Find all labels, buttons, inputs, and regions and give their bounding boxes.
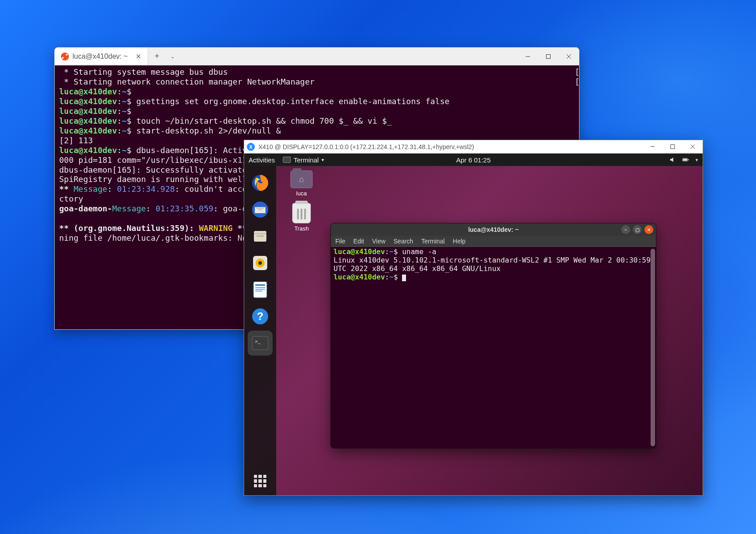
dock-writer-icon[interactable] bbox=[248, 277, 273, 302]
clock[interactable]: Apr 6 01:25 bbox=[456, 156, 491, 164]
gnome-terminal-output[interactable]: luca@x410dev:~$ uname -a Linux x410dev 5… bbox=[331, 247, 656, 448]
maximize-button[interactable]: ▢ bbox=[633, 225, 642, 234]
close-tab-icon[interactable]: ✕ bbox=[136, 53, 141, 61]
menu-help[interactable]: Help bbox=[453, 238, 466, 245]
minimize-button[interactable] bbox=[518, 48, 538, 65]
gnome-terminal-window[interactable]: luca@x410dev: ~ – ▢ ✕ FileEditViewSearch… bbox=[330, 223, 656, 449]
x410-icon: X bbox=[247, 143, 255, 151]
new-tab-button[interactable]: + bbox=[148, 52, 166, 61]
maximize-button[interactable] bbox=[538, 48, 559, 65]
dock-rhythmbox-icon[interactable] bbox=[248, 251, 273, 275]
terminal-icon bbox=[283, 157, 291, 163]
windows-terminal-titlebar[interactable]: luca@x410dev: ~ ✕ + ⌄ bbox=[55, 48, 579, 65]
svg-rect-9 bbox=[688, 159, 689, 160]
show-apps-button[interactable] bbox=[254, 475, 266, 487]
battery-icon[interactable] bbox=[682, 156, 689, 163]
svg-rect-22 bbox=[255, 289, 265, 290]
tab-title: luca@x410dev: ~ bbox=[72, 53, 128, 61]
gnome-terminal-title: luca@x410dev: ~ bbox=[468, 226, 519, 233]
close-button[interactable] bbox=[683, 140, 703, 153]
terminal-tab[interactable]: luca@x410dev: ~ ✕ bbox=[55, 48, 148, 65]
gnome-desktop[interactable]: ? >_ ⌂ luca Trash bbox=[244, 166, 703, 495]
minimize-button[interactable] bbox=[643, 140, 663, 153]
gnome-terminal-menubar: FileEditViewSearchTerminalHelp bbox=[331, 236, 656, 247]
menu-file[interactable]: File bbox=[335, 238, 346, 245]
svg-rect-15 bbox=[257, 235, 264, 237]
home-icon: ⌂ bbox=[291, 171, 312, 188]
volume-icon[interactable] bbox=[669, 156, 676, 163]
trash-icon[interactable]: Trash bbox=[284, 203, 319, 232]
svg-rect-5 bbox=[671, 145, 675, 149]
svg-rect-14 bbox=[254, 233, 266, 235]
dock-help-icon[interactable]: ? bbox=[248, 304, 273, 329]
minimize-button[interactable]: – bbox=[621, 225, 630, 234]
svg-rect-21 bbox=[255, 287, 265, 288]
x410-titlebar[interactable]: X X410 @ DISPLAY=127.0.0.1:0.0 (+172.21.… bbox=[244, 140, 703, 154]
activities-button[interactable]: Activities bbox=[249, 156, 275, 164]
gnome-dock: ? >_ bbox=[244, 166, 276, 495]
svg-point-18 bbox=[258, 261, 262, 265]
dock-terminal-icon[interactable]: >_ bbox=[248, 331, 273, 356]
dock-thunderbird-icon[interactable] bbox=[248, 197, 273, 222]
svg-text:>_: >_ bbox=[255, 339, 261, 344]
gnome-topbar: Activities Terminal ▾ Apr 6 01:25 ▾ bbox=[244, 154, 703, 166]
app-menu[interactable]: Terminal ▾ bbox=[283, 156, 324, 164]
ubuntu-icon bbox=[61, 53, 69, 61]
dock-files-icon[interactable] bbox=[248, 224, 273, 249]
menu-terminal[interactable]: Terminal bbox=[421, 238, 445, 245]
close-button[interactable] bbox=[559, 48, 579, 65]
dock-firefox-icon[interactable] bbox=[248, 170, 273, 195]
app-menu-label: Terminal bbox=[294, 156, 319, 164]
svg-rect-1 bbox=[547, 54, 551, 58]
svg-text:?: ? bbox=[257, 310, 264, 322]
chevron-down-icon: ▾ bbox=[696, 157, 698, 163]
x410-window[interactable]: X X410 @ DISPLAY=127.0.0.1:0.0 (+172.21.… bbox=[244, 140, 703, 496]
scrollbar[interactable] bbox=[651, 249, 655, 446]
menu-search[interactable]: Search bbox=[394, 238, 413, 245]
svg-rect-10 bbox=[683, 159, 687, 161]
tab-dropdown-icon[interactable]: ⌄ bbox=[166, 53, 179, 60]
close-button[interactable]: ✕ bbox=[644, 225, 653, 234]
chevron-down-icon: ▾ bbox=[322, 157, 324, 163]
maximize-button[interactable] bbox=[663, 140, 683, 153]
svg-rect-23 bbox=[255, 291, 262, 291]
gnome-terminal-titlebar[interactable]: luca@x410dev: ~ – ▢ ✕ bbox=[331, 223, 656, 236]
trash-label: Trash bbox=[284, 225, 319, 232]
home-folder-icon[interactable]: ⌂ luca bbox=[284, 170, 319, 197]
svg-rect-20 bbox=[255, 284, 265, 286]
menu-edit[interactable]: Edit bbox=[354, 238, 364, 245]
x410-title: X410 @ DISPLAY=127.0.0.1:0.0 (+172.21.22… bbox=[258, 143, 474, 150]
system-tray[interactable]: ▾ bbox=[669, 156, 698, 163]
menu-view[interactable]: View bbox=[372, 238, 386, 245]
home-folder-label: luca bbox=[284, 190, 319, 197]
